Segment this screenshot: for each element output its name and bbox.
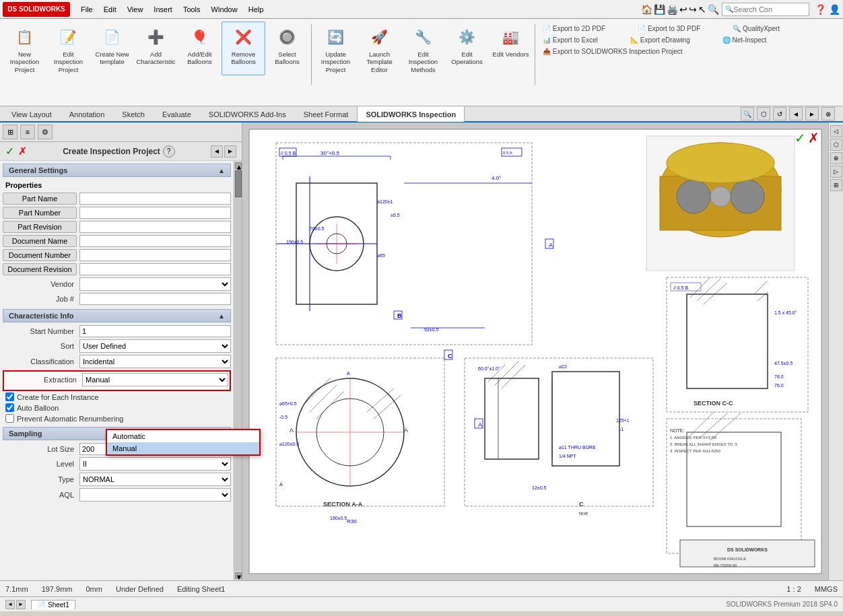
level-select[interactable]: II I III xyxy=(79,457,231,471)
start-number-input[interactable] xyxy=(79,325,231,337)
menu-window[interactable]: Window xyxy=(206,4,243,15)
extraction-option-manual[interactable]: Manual xyxy=(107,442,259,454)
tab-view-layout[interactable]: View Layout xyxy=(3,106,61,122)
sheet-nav-right[interactable]: ► xyxy=(16,600,26,609)
toolbar-icon-cursor[interactable]: ↖ xyxy=(698,4,706,15)
tab-solidworks-inspection[interactable]: SOLIDWORKS Inspection xyxy=(357,106,465,122)
edit-operations-btn[interactable]: ⚙️ Edit Operations xyxy=(445,22,489,75)
net-inspect-btn[interactable]: 🌐 Net-Inspect xyxy=(720,36,770,44)
tab-search-icon[interactable]: 🔍 xyxy=(741,107,754,121)
user-icon[interactable]: 👤 xyxy=(829,4,840,15)
remove-balloons-btn[interactable]: ❌ Remove Balloons xyxy=(222,22,265,75)
scroll-down-btn[interactable]: ▼ xyxy=(235,572,242,579)
classification-row: Classification Incidental xyxy=(3,355,231,368)
classification-select[interactable]: Incidental xyxy=(79,355,231,368)
extraction-option-automatic[interactable]: Automatic xyxy=(107,430,259,442)
side-btn-3[interactable]: ⊕ xyxy=(830,152,842,164)
part-number-input[interactable] xyxy=(79,207,231,219)
sort-select[interactable]: User Defined xyxy=(79,339,231,353)
edit-vendors-btn[interactable]: 🏭 Edit Vendors xyxy=(489,22,533,75)
document-number-input[interactable] xyxy=(79,249,231,261)
export-excel-btn[interactable]: 📊 Export to Excel xyxy=(540,36,601,44)
panel-tool-list[interactable]: ≡ xyxy=(20,125,35,139)
characteristic-info-header[interactable]: Characteristic Info ▲ xyxy=(3,309,231,322)
vendor-select[interactable] xyxy=(79,277,231,291)
sort-label: Sort xyxy=(3,342,77,350)
tab-annotation[interactable]: Annotation xyxy=(61,106,114,122)
side-btn-1[interactable]: ◁ xyxy=(830,125,842,137)
tab-sheet-format[interactable]: Sheet Format xyxy=(295,106,358,122)
menu-insert[interactable]: Insert xyxy=(148,4,178,15)
tab-evaluate[interactable]: Evaluate xyxy=(154,106,200,122)
toolbar-icon-home[interactable]: 🏠 xyxy=(641,4,652,15)
select-balloons-btn[interactable]: 🔘 Select Balloons xyxy=(265,22,309,75)
document-name-input[interactable] xyxy=(79,235,231,247)
menu-help[interactable]: Help xyxy=(243,4,269,15)
tab-sketch[interactable]: Sketch xyxy=(113,106,154,122)
panel-help-button[interactable]: ? xyxy=(163,145,175,158)
document-name-btn[interactable]: Document Name xyxy=(3,235,77,247)
general-settings-header[interactable]: General Settings ▲ xyxy=(3,164,231,177)
scroll-up-btn[interactable]: ▲ xyxy=(235,162,242,169)
auto-balloon-checkbox[interactable] xyxy=(5,403,14,412)
type-select[interactable]: NORMAL TIGHTENED REDUCED xyxy=(79,473,231,486)
side-btn-4[interactable]: ▷ xyxy=(830,166,842,178)
document-revision-btn[interactable]: Document Revision xyxy=(3,263,77,275)
part-number-btn[interactable]: Part Number xyxy=(3,207,77,219)
create-template-btn[interactable]: 📄 Create New template xyxy=(90,22,134,75)
quality-xpert-btn[interactable]: 🔍 QualityXpert xyxy=(730,24,782,33)
part-revision-input[interactable] xyxy=(79,221,231,233)
help-icon[interactable]: ❓ xyxy=(815,4,826,15)
toolbar-icon-redo[interactable]: ↪ xyxy=(689,4,697,15)
side-btn-5[interactable]: ⊞ xyxy=(830,179,842,191)
edit-inspection-btn[interactable]: 📝 Edit Inspection Project xyxy=(46,22,90,77)
part-revision-btn[interactable]: Part Revision xyxy=(3,221,77,233)
part-name-btn[interactable]: Part Name xyxy=(3,193,77,205)
tab-back-icon[interactable]: ◄ xyxy=(789,107,803,121)
panel-scrollbar[interactable]: ▲ ▼ xyxy=(234,161,242,580)
nav-back-btn[interactable]: ◄ xyxy=(211,145,223,158)
scroll-thumb[interactable] xyxy=(235,170,242,197)
job-input[interactable] xyxy=(79,293,231,305)
menu-view[interactable]: View xyxy=(122,4,149,15)
add-characteristic-btn[interactable]: ➕ Add Characteristic xyxy=(134,22,178,75)
side-btn-2[interactable]: ⬡ xyxy=(830,139,842,151)
panel-ok-button[interactable]: ✓ xyxy=(5,145,14,158)
menu-tools[interactable]: Tools xyxy=(178,4,206,15)
toolbar-icon-undo[interactable]: ↩ xyxy=(679,4,687,15)
export-2d-pdf-btn[interactable]: 📄 Export to 2D PDF xyxy=(540,24,608,33)
part-name-input[interactable] xyxy=(79,193,231,205)
menu-edit[interactable]: Edit xyxy=(98,4,122,15)
new-inspection-btn[interactable]: 📋 New Inspection Project xyxy=(3,22,46,77)
prevent-renumbering-checkbox[interactable] xyxy=(5,414,14,423)
aql-select[interactable] xyxy=(79,488,231,502)
export-edrawing-btn[interactable]: 📐 Export eDrawing xyxy=(628,36,693,44)
tab-zoom-icon[interactable]: ⬡ xyxy=(757,107,770,121)
update-inspection-btn[interactable]: 🔄 Update Inspection Project xyxy=(314,22,358,77)
edit-methods-btn[interactable]: 🔧 Edit Inspection Methods xyxy=(401,22,445,77)
panel-tool-settings[interactable]: ⚙ xyxy=(38,125,53,139)
toolbar-icon-zoom[interactable]: 🔍 xyxy=(708,4,719,15)
tab-refresh-icon[interactable]: ↺ xyxy=(773,107,786,121)
toolbar-icon-save[interactable]: 💾 xyxy=(654,4,665,15)
document-number-btn[interactable]: Document Number xyxy=(3,249,77,261)
export-3d-pdf-btn[interactable]: 📄 Export to 3D PDF xyxy=(635,24,703,33)
export-solidworks-btn[interactable]: 📤 Export to SOLIDWORKS Inspection Projec… xyxy=(540,47,685,56)
extraction-select[interactable]: Manual Automatic xyxy=(82,373,228,386)
search-box[interactable]: 🔍 xyxy=(722,3,809,16)
sheet-tab-1[interactable]: 📄 Sheet1 xyxy=(31,600,75,609)
sheet-nav-left[interactable]: ◄ xyxy=(5,600,15,609)
tab-3d-icon[interactable]: ⊕ xyxy=(821,107,835,121)
tab-solidworks-addins[interactable]: SOLIDWORKS Add-Ins xyxy=(200,106,295,122)
document-revision-input[interactable] xyxy=(79,263,231,275)
toolbar-icon-print[interactable]: 🖨️ xyxy=(667,4,678,15)
menu-file[interactable]: File xyxy=(75,4,98,15)
create-each-instance-checkbox[interactable] xyxy=(5,392,14,401)
panel-tool-grid[interactable]: ⊞ xyxy=(3,125,18,139)
panel-cancel-button[interactable]: ✗ xyxy=(18,145,27,158)
add-edit-balloons-btn[interactable]: 🎈 Add/Edit Balloons xyxy=(178,22,222,75)
launch-template-btn[interactable]: 🚀 Launch Template Editor xyxy=(358,22,401,77)
tab-forward-icon[interactable]: ► xyxy=(805,107,819,121)
search-input[interactable] xyxy=(733,5,806,13)
nav-forward-btn[interactable]: ► xyxy=(224,145,236,158)
